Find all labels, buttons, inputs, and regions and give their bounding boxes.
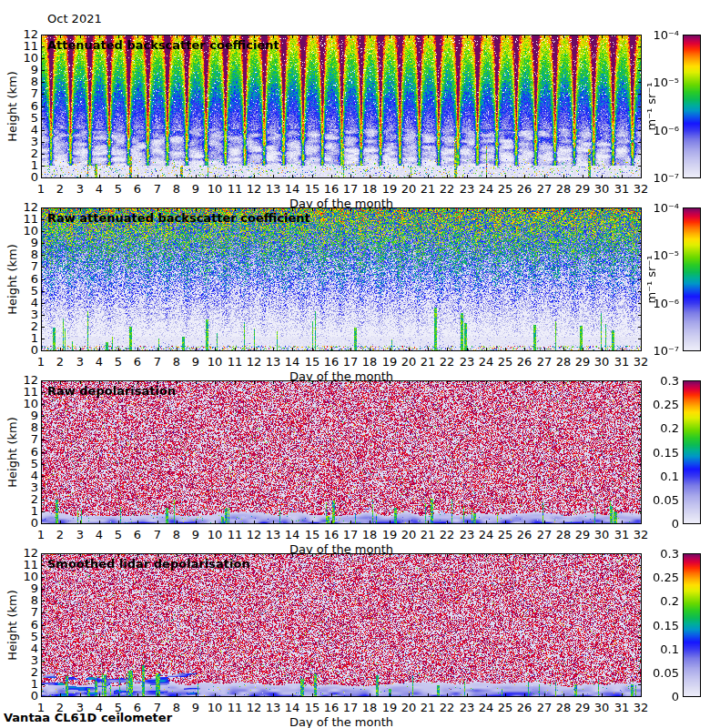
y-tick-label: 2 xyxy=(0,666,38,678)
panel-title: Raw depolarisation xyxy=(47,384,176,398)
colorbar-canvas xyxy=(683,35,701,178)
colorbar-tick-label: 0 xyxy=(639,691,679,703)
y-tick-label: 9 xyxy=(0,582,38,594)
colorbar-canvas xyxy=(683,553,701,697)
y-tick-label: 8 xyxy=(0,421,38,433)
colorbar-tick-label: 10⁻⁴ xyxy=(639,29,679,41)
y-tick-label: 11 xyxy=(0,40,38,52)
y-tick-label: 5 xyxy=(0,631,38,642)
y-tick-label: 9 xyxy=(0,410,38,421)
y-tick-label: 3 xyxy=(0,481,38,493)
colorbar xyxy=(683,380,701,524)
colorbar-tick-label: 0.05 xyxy=(639,667,679,679)
panel-raw-attenuated-backscatter-coefficient: Height (km)0123456789101112Raw attenuate… xyxy=(0,207,710,382)
colorbar-tick-label: 10⁻⁷ xyxy=(639,172,679,184)
y-tick-label: 1 xyxy=(0,505,38,517)
heatmap-plot: Raw attenuated backscatter coefficient xyxy=(41,207,642,351)
y-tick-label: 12 xyxy=(0,28,38,40)
y-tick-label: 10 xyxy=(0,52,38,64)
colorbar-tick-label: 0.1 xyxy=(639,470,679,482)
y-tick-label: 4 xyxy=(0,470,38,481)
colorbar-unit-label: m⁻¹ sr⁻¹ xyxy=(644,255,658,303)
y-tick-label: 12 xyxy=(0,374,38,386)
y-tick-label: 1 xyxy=(0,159,38,171)
colorbar-tick-label: 0.25 xyxy=(639,571,679,583)
y-tick-label: 8 xyxy=(0,594,38,606)
colorbar-tick-label: 0.2 xyxy=(639,422,679,434)
colorbar-tick-label: 10⁻⁷ xyxy=(639,345,679,357)
y-tick-label: 6 xyxy=(0,446,38,458)
heatmap-plot: Attenuated backscatter coefficient xyxy=(41,35,642,178)
colorbar xyxy=(683,553,701,697)
y-tick-label: 0 xyxy=(0,517,38,529)
panel-title: Attenuated backscatter coefficient xyxy=(47,38,279,52)
y-tick-label: 3 xyxy=(0,308,38,320)
colorbar-tick-label: 0.15 xyxy=(639,620,679,632)
heatmap-canvas xyxy=(41,35,642,178)
y-tick-label: 12 xyxy=(0,201,38,213)
y-tick-label: 2 xyxy=(0,493,38,505)
colorbar-tick-label: 0 xyxy=(639,518,679,530)
y-tick-label: 2 xyxy=(0,320,38,332)
y-tick-label: 9 xyxy=(0,237,38,248)
y-tick-label: 3 xyxy=(0,654,38,666)
x-tick-label: 32 xyxy=(627,702,654,713)
x-tick-label: 32 xyxy=(627,183,654,195)
y-tick-label: 9 xyxy=(0,64,38,76)
y-tick-label: 5 xyxy=(0,112,38,124)
colorbar-canvas xyxy=(683,207,701,351)
y-tick-label: 0 xyxy=(0,690,38,702)
panel-smoothed-lidar-depolarisation: Height (km)0123456789101112Smoothed lida… xyxy=(0,553,710,728)
y-tick-label: 6 xyxy=(0,100,38,112)
y-tick-label: 12 xyxy=(0,547,38,559)
colorbar-tick-label: 0.3 xyxy=(639,375,679,387)
colorbar-unit-label: m⁻¹ sr⁻¹ xyxy=(644,82,658,130)
heatmap-plot: Smoothed lidar depolarisation xyxy=(41,553,642,697)
y-tick-label: 7 xyxy=(0,260,38,272)
y-tick-label: 11 xyxy=(0,559,38,571)
y-tick-label: 10 xyxy=(0,398,38,410)
colorbar-tick-label: 0.1 xyxy=(639,643,679,655)
y-tick-label: 0 xyxy=(0,344,38,356)
heatmap-plot: Raw depolarisation xyxy=(41,380,642,524)
y-tick-label: 2 xyxy=(0,147,38,159)
heatmap-canvas xyxy=(41,553,642,697)
ceilometer-figure: Oct 2021 Height (km)0123456789101112Atte… xyxy=(0,0,710,728)
colorbar-tick-label: 0.2 xyxy=(639,595,679,607)
y-tick-label: 7 xyxy=(0,433,38,445)
colorbar-tick-label: 0.25 xyxy=(639,399,679,410)
x-tick-label: 32 xyxy=(627,529,654,541)
heatmap-canvas xyxy=(41,380,642,524)
y-tick-label: 6 xyxy=(0,273,38,285)
y-tick-label: 4 xyxy=(0,642,38,654)
y-tick-label: 1 xyxy=(0,678,38,690)
y-tick-label: 1 xyxy=(0,332,38,344)
y-tick-label: 5 xyxy=(0,285,38,297)
y-tick-label: 4 xyxy=(0,124,38,136)
colorbar-tick-label: 0.15 xyxy=(639,447,679,459)
y-tick-label: 8 xyxy=(0,76,38,87)
y-tick-label: 3 xyxy=(0,136,38,147)
y-tick-label: 8 xyxy=(0,248,38,260)
colorbar-canvas xyxy=(683,380,701,524)
y-tick-label: 11 xyxy=(0,386,38,398)
x-tick-label: 32 xyxy=(627,356,654,368)
y-tick-label: 11 xyxy=(0,213,38,225)
colorbar-tick-label: 0.3 xyxy=(639,548,679,560)
y-tick-label: 10 xyxy=(0,571,38,582)
month-label: Oct 2021 xyxy=(47,12,102,25)
instrument-label: Vantaa CL61D ceilometer xyxy=(4,711,172,724)
heatmap-canvas xyxy=(41,207,642,351)
colorbar xyxy=(683,207,701,351)
y-tick-label: 10 xyxy=(0,225,38,237)
y-tick-label: 7 xyxy=(0,606,38,618)
y-tick-label: 4 xyxy=(0,297,38,308)
panel-raw-depolarisation: Height (km)0123456789101112Raw depolaris… xyxy=(0,380,710,555)
y-tick-label: 5 xyxy=(0,458,38,470)
panel-title: Raw attenuated backscatter coefficient xyxy=(47,211,310,225)
panel-title: Smoothed lidar depolarisation xyxy=(47,557,250,571)
colorbar xyxy=(683,35,701,178)
y-tick-label: 7 xyxy=(0,87,38,99)
panel-attenuated-backscatter-coefficient: Height (km)0123456789101112Attenuated ba… xyxy=(0,35,710,209)
y-tick-label: 0 xyxy=(0,171,38,183)
